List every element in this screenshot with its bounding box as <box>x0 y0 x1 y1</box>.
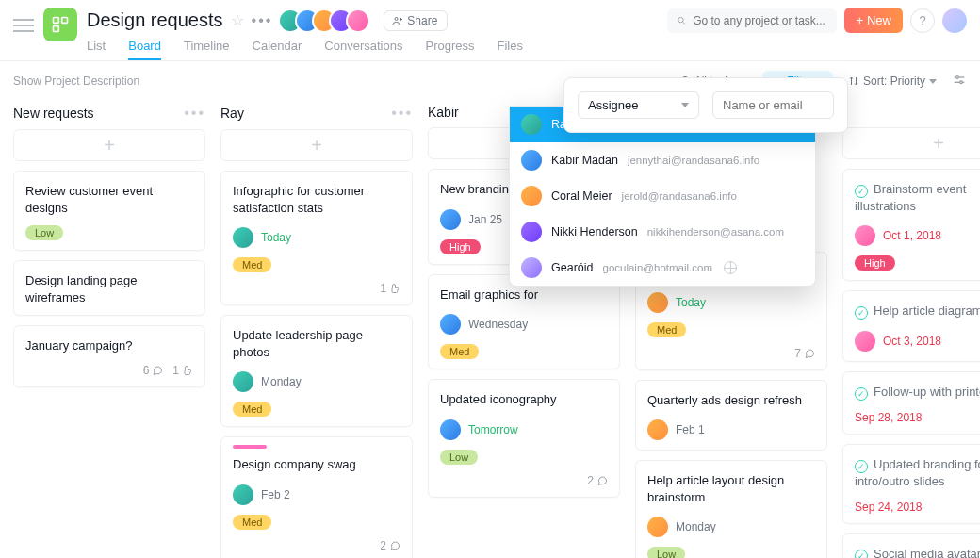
due-date: Oct 1, 2018 <box>883 229 941 242</box>
chevron-down-icon <box>681 103 689 107</box>
task-card[interactable]: Help article layout design brainstormMon… <box>635 460 827 558</box>
board-settings-icon[interactable] <box>952 74 967 89</box>
column-actions[interactable]: ••• <box>184 105 205 122</box>
due-date: Feb 1 <box>676 423 705 436</box>
check-icon: ✓ <box>855 460 868 473</box>
suggestion-name: Kabir Madan <box>551 154 618 167</box>
suggestion-row[interactable]: Kabir Madanjennythai@randasana6.info <box>510 142 815 178</box>
task-title: ✓Brainstorm event illustrations <box>855 181 980 214</box>
tab-files[interactable]: Files <box>498 39 523 60</box>
column-title: Kabir <box>428 105 459 120</box>
assignee-avatar <box>440 314 461 335</box>
priority-badge: High <box>855 255 895 271</box>
suggestion-email: goculain@hotmail.com <box>602 262 712 273</box>
task-title: ✓Social media avatar updates <box>855 546 980 558</box>
task-title: ✓Updated branding for video intro/outro … <box>855 456 980 489</box>
search-input[interactable] <box>693 14 827 27</box>
svg-point-15 <box>960 81 963 84</box>
due-date: Today <box>261 231 291 244</box>
task-title: January campaign? <box>25 337 193 354</box>
new-button[interactable]: + New <box>844 8 903 33</box>
task-card[interactable]: Email graphics forWednesdayMed <box>428 274 620 370</box>
svg-rect-2 <box>54 26 59 32</box>
assignee-avatar <box>440 209 461 230</box>
task-title: Design landing page wireframes <box>25 272 193 305</box>
hamburger-icon[interactable] <box>13 15 34 36</box>
task-card[interactable]: ✓Updated branding for video intro/outro … <box>842 444 980 524</box>
globe-icon <box>724 261 737 274</box>
task-card[interactable]: January campaign?61 <box>13 325 205 387</box>
add-card-button[interactable]: + <box>220 129 413 161</box>
show-description[interactable]: Show Project Description <box>13 74 139 88</box>
task-card[interactable]: Design landing page wireframes <box>13 260 205 316</box>
check-icon: ✓ <box>855 387 868 401</box>
help-button[interactable]: ? <box>910 8 935 33</box>
tab-list[interactable]: List <box>87 39 106 60</box>
filter-value-input[interactable] <box>723 98 824 112</box>
project-title: Design requests <box>87 9 223 31</box>
project-members[interactable] <box>286 8 370 33</box>
due-date: Monday <box>261 375 302 388</box>
task-card[interactable]: Quarterly ads design refreshFeb 1 <box>635 380 827 451</box>
task-card[interactable]: Update leadership page photosMondayMed <box>220 315 413 427</box>
task-title: Updated iconography <box>440 391 608 408</box>
priority-badge: Med <box>647 322 686 337</box>
avatar <box>521 257 542 278</box>
project-icon <box>43 8 77 41</box>
task-card[interactable]: ✓Brainstorm event illustrationsOct 1, 20… <box>842 169 980 281</box>
tab-timeline[interactable]: Timeline <box>184 39 230 60</box>
me-avatar[interactable] <box>942 8 967 33</box>
tab-board[interactable]: Board <box>128 39 161 60</box>
priority-badge: Med <box>440 344 479 359</box>
due-date: Sep 28, 2018 <box>855 411 922 424</box>
tab-conversations[interactable]: Conversations <box>324 39 402 60</box>
column-title: New requests <box>13 106 94 121</box>
filter-value-input-wrap[interactable] <box>712 91 834 119</box>
task-title: ✓Help article diagram <box>855 303 980 320</box>
svg-rect-1 <box>62 18 68 24</box>
priority-badge: Low <box>440 450 478 465</box>
filter-field-dropdown[interactable]: Assignee <box>578 91 699 119</box>
svg-point-6 <box>678 17 683 22</box>
suggestion-email: jerold@randasana6.info <box>622 190 737 202</box>
share-button[interactable]: Share <box>384 10 448 31</box>
comment-count: 2 <box>587 474 608 487</box>
task-card[interactable]: ✓Help article diagramOct 3, 2018 <box>842 290 980 362</box>
task-card[interactable]: ✓Follow-up with printerSep 28, 2018 <box>842 371 980 435</box>
avatar <box>521 186 542 206</box>
add-card-button[interactable]: + <box>842 127 980 159</box>
task-card[interactable]: Review customer event designsLow <box>13 171 205 251</box>
tab-calendar[interactable]: Calendar <box>253 39 302 60</box>
task-title: ✓Follow-up with printer <box>855 384 980 401</box>
comment-count: 2 <box>380 539 400 552</box>
task-card[interactable]: Infographic for customer satisfaction st… <box>220 171 413 305</box>
due-date: Tomorrow <box>468 423 518 436</box>
priority-badge: Med <box>233 257 271 272</box>
assignee-avatar <box>855 331 875 352</box>
suggestion-row[interactable]: Gearóidgoculain@hotmail.com <box>510 250 815 286</box>
global-search[interactable] <box>667 8 837 33</box>
like-count: 1 <box>380 282 400 295</box>
assignee-avatar <box>647 292 668 313</box>
project-actions[interactable]: ••• <box>252 12 273 29</box>
assignee-avatar <box>440 419 461 440</box>
avatar <box>521 114 542 135</box>
sort-button[interactable]: Sort: Priority <box>848 74 937 88</box>
priority-badge: Med <box>233 515 271 530</box>
tab-progress[interactable]: Progress <box>425 39 474 60</box>
suggestion-row[interactable]: Coral Meierjerold@randasana6.info <box>510 178 815 214</box>
comment-count: 6 <box>143 364 164 377</box>
task-card[interactable]: ✓Social media avatar updatesSep 11, 2018 <box>842 533 980 558</box>
avatar <box>521 222 542 242</box>
priority-badge: High <box>440 239 481 254</box>
assignee-avatar <box>233 371 253 392</box>
suggestion-name: Nikki Henderson <box>551 225 638 238</box>
task-title: Review customer event designs <box>25 183 193 216</box>
task-card[interactable]: Updated iconographyTomorrowLow2 <box>428 379 620 498</box>
suggestion-row[interactable]: Nikki Hendersonnikkihenderson@asana.com <box>510 214 815 250</box>
star-icon[interactable]: ☆ <box>231 11 244 29</box>
task-card[interactable]: Design company swagFeb 2Med2 <box>220 436 413 558</box>
add-card-button[interactable]: + <box>13 129 205 161</box>
priority-badge: Low <box>25 225 63 240</box>
column-actions[interactable]: ••• <box>391 105 413 122</box>
